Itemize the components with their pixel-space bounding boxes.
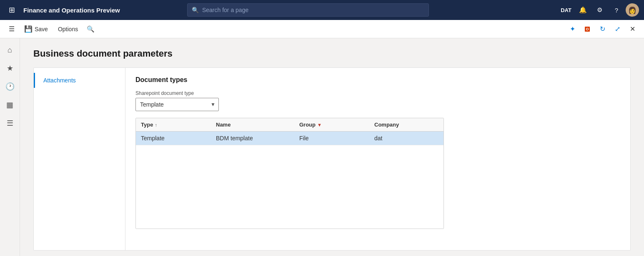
- cell-company: dat: [369, 132, 444, 145]
- col-header-type: Type ↑: [136, 118, 211, 131]
- settings-icon[interactable]: ⚙: [592, 2, 607, 17]
- col-company-label: Company: [374, 122, 399, 128]
- office-icon[interactable]: O: [581, 22, 594, 36]
- card-left-nav: Attachments: [34, 68, 125, 250]
- table-row[interactable]: Template BDM template File dat: [136, 132, 444, 145]
- app-grid-icon[interactable]: ⊞: [5, 5, 18, 15]
- svg-text:O: O: [586, 27, 589, 31]
- table-empty-area: [136, 145, 444, 229]
- nav-item-attachments[interactable]: Attachments: [34, 73, 125, 88]
- sharepoint-doctype-select[interactable]: Template: [135, 98, 219, 111]
- save-button[interactable]: 💾 Save: [20, 23, 52, 35]
- page-content: Business document parameters Attachments…: [20, 38, 644, 256]
- hamburger-menu-icon[interactable]: ☰: [5, 22, 18, 36]
- cell-name: BDM template: [211, 132, 294, 145]
- top-navigation: ⊞ Finance and Operations Preview 🔍 Searc…: [0, 0, 644, 20]
- sharepoint-field-label: Sharepoint document type: [135, 90, 620, 96]
- sidebar-modules-icon[interactable]: ☰: [2, 115, 18, 132]
- card-main-area: Document types Sharepoint document type …: [125, 68, 630, 250]
- toolbar: ☰ 💾 Save Options 🔍 ✦ O ↻ ⤢ ✕: [0, 20, 644, 38]
- filter-icon[interactable]: ▼: [317, 122, 322, 127]
- search-icon: 🔍: [192, 7, 199, 13]
- sidebar-recent-icon[interactable]: 🕐: [2, 78, 18, 95]
- help-icon[interactable]: ?: [609, 2, 624, 17]
- section-title-document-types: Document types: [135, 76, 620, 84]
- col-header-company: Company: [369, 118, 444, 131]
- notification-icon[interactable]: 🔔: [576, 2, 591, 17]
- personalize-icon[interactable]: ✦: [566, 22, 579, 36]
- toolbar-right-area: ✦ O ↻ ⤢ ✕: [566, 22, 639, 36]
- nav-right-area: DAT 🔔 ⚙ ? 👩: [558, 2, 639, 17]
- options-button[interactable]: Options: [54, 24, 82, 35]
- company-code: DAT: [558, 7, 574, 13]
- search-placeholder: Search for a page: [202, 7, 424, 13]
- toolbar-search-icon[interactable]: 🔍: [84, 22, 97, 36]
- search-bar[interactable]: 🔍 Search for a page: [187, 3, 429, 17]
- close-icon[interactable]: ✕: [626, 22, 639, 36]
- sharepoint-doctype-select-wrapper: Template ▼: [135, 98, 219, 111]
- save-icon: 💾: [24, 25, 33, 33]
- sidebar-home-icon[interactable]: ⌂: [2, 42, 18, 58]
- col-type-label: Type: [141, 122, 153, 128]
- table-header: Type ↑ Name Group ▼ Company: [136, 118, 444, 132]
- refresh-icon[interactable]: ↻: [596, 22, 609, 36]
- col-header-name: Name: [211, 118, 294, 131]
- options-label: Options: [58, 26, 78, 32]
- page-title: Business document parameters: [33, 48, 631, 59]
- nav-item-attachments-label: Attachments: [43, 77, 76, 84]
- app-title: Finance and Operations Preview: [23, 7, 120, 14]
- col-header-group: Group ▼: [294, 118, 369, 131]
- col-group-label: Group: [299, 122, 316, 128]
- cell-type: Template: [136, 132, 211, 145]
- document-types-table: Type ↑ Name Group ▼ Company: [135, 118, 444, 229]
- user-avatar[interactable]: 👩: [626, 3, 639, 17]
- col-name-label: Name: [216, 122, 231, 128]
- content-card: Attachments Document types Sharepoint do…: [33, 67, 631, 251]
- sort-ascending-icon[interactable]: ↑: [155, 122, 157, 127]
- sidebar-favorites-icon[interactable]: ★: [2, 60, 18, 77]
- save-label: Save: [35, 26, 48, 32]
- sidebar-workspaces-icon[interactable]: ▦: [2, 97, 18, 113]
- left-sidebar: ⌂ ★ 🕐 ▦ ☰: [0, 38, 20, 256]
- main-layout: ⌂ ★ 🕐 ▦ ☰ Business document parameters A…: [0, 38, 644, 256]
- cell-group: File: [294, 132, 369, 145]
- open-new-icon[interactable]: ⤢: [611, 22, 624, 36]
